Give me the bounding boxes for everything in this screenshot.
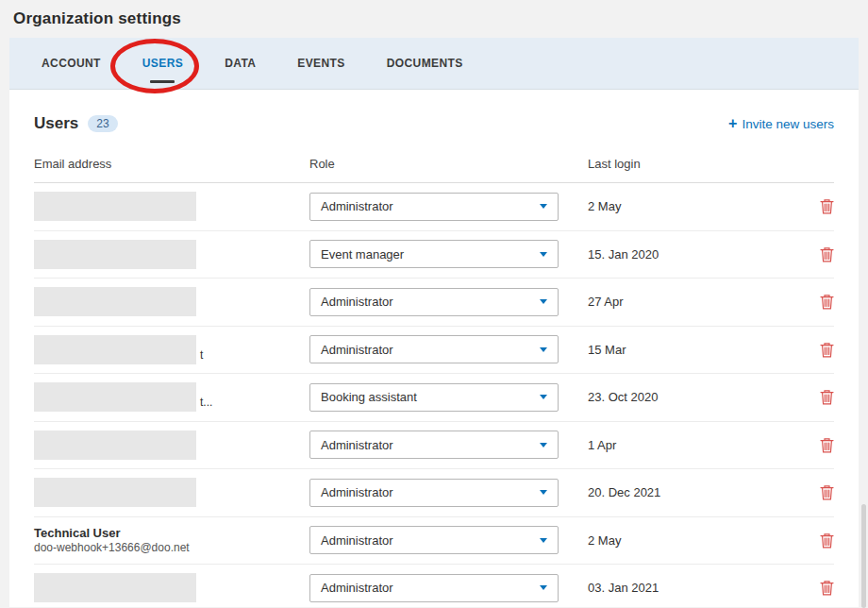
redacted-email-block: [34, 335, 196, 364]
redacted-email-block: [34, 192, 196, 221]
last-login-value: 2 May: [588, 199, 802, 213]
delete-user-button[interactable]: [820, 484, 834, 500]
page-title: Organization settings: [13, 9, 181, 28]
table-row: t... Booking assistant 23. Oct 2020: [34, 374, 834, 422]
role-dropdown[interactable]: Administrator: [309, 335, 559, 363]
role-value: Booking assistant: [321, 390, 417, 404]
role-value: Administrator: [321, 343, 393, 357]
user-name: Technical User: [34, 526, 190, 541]
email-text: Technical User doo-webhook+13666@doo.net: [34, 526, 190, 555]
delete-user-button[interactable]: [820, 532, 834, 549]
role-dropdown[interactable]: Event manager: [309, 240, 559, 268]
table-row: Event manager 15. Jan 2020: [34, 231, 834, 279]
role-value: Event manager: [321, 247, 404, 262]
redacted-email-block: [34, 478, 196, 507]
plus-icon: +: [728, 116, 737, 131]
last-login-value: 03. Jan 2021: [588, 581, 802, 595]
tab-users[interactable]: USERS: [122, 38, 204, 89]
column-header-last-login: Last login: [588, 157, 802, 171]
role-dropdown[interactable]: Administrator: [309, 574, 559, 602]
chevron-down-icon: [540, 443, 547, 448]
redacted-email-block: [34, 573, 196, 602]
table-header-row: Email address Role Last login: [34, 144, 834, 183]
last-login-value: 23. Oct 2020: [588, 390, 802, 404]
role-dropdown[interactable]: Administrator: [309, 431, 559, 459]
role-value: Administrator: [321, 199, 393, 213]
last-login-value: 2 May: [588, 533, 802, 548]
redacted-email-block: [34, 382, 196, 412]
table-row: Administrator 2 May: [34, 183, 834, 231]
chevron-down-icon: [540, 490, 547, 495]
trash-icon: [820, 484, 834, 500]
chevron-down-icon: [540, 252, 547, 257]
trash-icon: [820, 294, 834, 310]
role-value: Administrator: [321, 533, 393, 548]
chevron-down-icon: [540, 204, 547, 209]
table-row: Administrator 1 Apr: [34, 422, 834, 470]
tab-account[interactable]: ACCOUNT: [21, 38, 122, 89]
delete-user-button[interactable]: [820, 389, 834, 405]
last-login-value: 15 Mar: [588, 343, 802, 357]
delete-user-button[interactable]: [820, 580, 834, 596]
table-row: Administrator 20. Dec 2021: [34, 469, 834, 517]
delete-user-button[interactable]: [820, 342, 834, 358]
role-dropdown[interactable]: Administrator: [309, 193, 559, 221]
role-dropdown[interactable]: Administrator: [309, 288, 559, 316]
delete-user-button[interactable]: [820, 246, 834, 262]
chevron-down-icon: [540, 347, 547, 352]
chevron-down-icon: [540, 395, 547, 399]
chevron-down-icon: [540, 538, 547, 543]
role-value: Administrator: [321, 485, 393, 499]
role-value: Administrator: [321, 438, 393, 452]
user-email: doo-webhook+13666@doo.net: [34, 541, 190, 555]
table-row: Administrator 27 Apr: [34, 279, 834, 327]
redacted-email-block: [34, 431, 196, 460]
role-value: Administrator: [321, 581, 393, 595]
chevron-down-icon: [540, 585, 547, 590]
role-dropdown[interactable]: Booking assistant: [309, 383, 559, 412]
last-login-value: 1 Apr: [588, 438, 802, 452]
trash-icon: [820, 246, 834, 262]
invite-new-users-button[interactable]: + Invite new users: [728, 116, 834, 131]
table-row: Administrator 03. Jan 2021: [34, 565, 834, 608]
delete-user-button[interactable]: [820, 437, 834, 453]
last-login-value: 15. Jan 2020: [588, 247, 802, 262]
trash-icon: [820, 342, 834, 358]
column-header-email: Email address: [34, 157, 309, 171]
redacted-email-block: [34, 240, 196, 269]
role-value: Administrator: [321, 295, 393, 309]
trash-icon: [820, 532, 834, 549]
role-dropdown[interactable]: Administrator: [309, 526, 559, 554]
users-count-badge: 23: [88, 115, 117, 132]
page-header: Organization settings: [0, 0, 868, 38]
trash-icon: [820, 198, 834, 214]
redacted-email-block: [34, 287, 196, 316]
column-header-role: Role: [309, 157, 588, 171]
table-row: Technical User doo-webhook+13666@doo.net…: [34, 517, 834, 566]
users-heading: Users: [34, 114, 78, 133]
trash-icon: [820, 389, 834, 405]
users-table-body: Administrator 2 May: [34, 183, 834, 608]
last-login-value: 27 Apr: [588, 295, 802, 309]
chevron-down-icon: [540, 299, 547, 304]
scrollbar-thumb[interactable]: [861, 504, 866, 608]
last-login-value: 20. Dec 2021: [588, 485, 802, 499]
role-dropdown[interactable]: Administrator: [309, 479, 559, 507]
trash-icon: [820, 580, 834, 596]
tab-data[interactable]: DATA: [204, 38, 276, 89]
settings-tabbar: ACCOUNT USERS DATA EVENTS DOCUMENTS: [9, 38, 859, 90]
invite-label: Invite new users: [742, 117, 834, 131]
delete-user-button[interactable]: [820, 294, 834, 310]
tab-events[interactable]: EVENTS: [276, 38, 365, 89]
email-suffix-text: t...: [200, 396, 212, 412]
trash-icon: [820, 437, 834, 453]
delete-user-button[interactable]: [820, 198, 834, 214]
users-panel: Users 23 + Invite new users Email addres…: [9, 90, 859, 607]
email-suffix-text: t: [200, 348, 203, 364]
tab-documents[interactable]: DOCUMENTS: [366, 38, 484, 89]
table-row: t Administrator 15 Mar: [34, 327, 834, 375]
